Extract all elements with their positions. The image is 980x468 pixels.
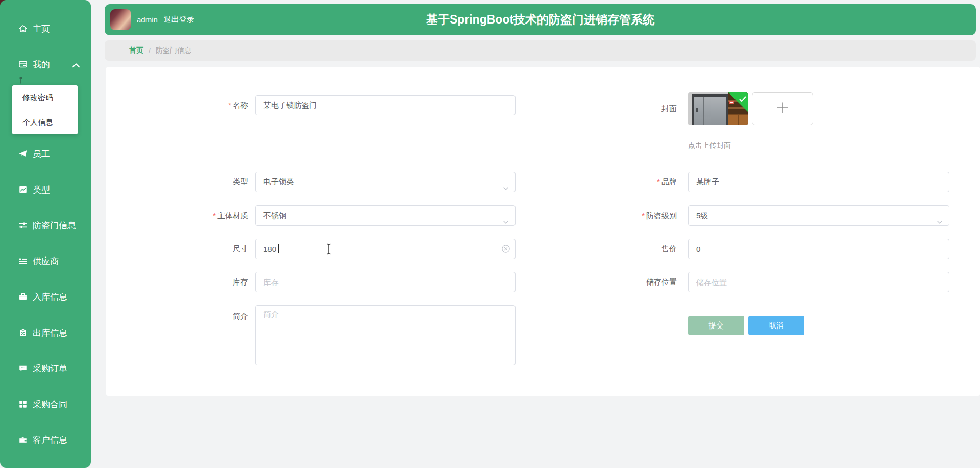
mine-submenu: 修改密码 个人信息 (12, 85, 78, 134)
chevron-down-icon (503, 179, 509, 185)
door-handle (696, 108, 698, 112)
check-icon (739, 95, 746, 101)
breadcrumb-home-link[interactable]: 首页 (129, 46, 143, 55)
location-label: 储存位置 (581, 272, 683, 292)
intro-textarea[interactable] (255, 305, 516, 365)
size-input-wrap (255, 239, 516, 259)
sidebar-item-label: 员工 (33, 148, 50, 160)
breadcrumb-separator: / (149, 46, 151, 55)
level-select-value: 5级 (696, 211, 708, 220)
username: admin (137, 15, 158, 24)
sidebar-item-door-info[interactable]: 防盗门信息 (0, 216, 91, 235)
sidebar-item-label: 出库信息 (33, 327, 67, 339)
ibeam-cursor (326, 243, 332, 255)
chevron-down-icon (937, 213, 943, 219)
type-select[interactable]: 电子锁类 (255, 172, 516, 192)
sidebar-item-label: 防盗门信息 (33, 220, 76, 231)
top-header: 基于SpringBoot技术的防盗门进销存管系统 admin 退出登录 (105, 4, 976, 35)
brand-input[interactable] (688, 172, 949, 192)
price-label: 售价 (581, 239, 683, 259)
avatar[interactable] (110, 9, 131, 30)
door-panel-line (703, 97, 704, 125)
name-input[interactable] (255, 95, 516, 115)
sidebar-item-label: 类型 (33, 184, 50, 196)
cover-thumbnail[interactable] (688, 92, 748, 125)
size-label: 尺寸 (152, 239, 254, 259)
type-select-value: 电子锁类 (263, 177, 294, 186)
sidebar-item-suppliers[interactable]: 供应商 (0, 252, 91, 270)
clipboard-x-icon (18, 328, 28, 337)
required-asterisk: * (657, 177, 660, 186)
required-asterisk: * (228, 101, 231, 109)
price-input[interactable] (688, 239, 949, 259)
sidebar-item-label: 供应商 (33, 255, 59, 267)
submenu-pin-icon (18, 76, 23, 84)
type-label: 类型 (152, 172, 254, 192)
location-input[interactable] (688, 272, 949, 292)
required-asterisk: * (642, 211, 645, 220)
sidebar-item-label: 入库信息 (33, 291, 67, 303)
cabinet-split (738, 115, 739, 125)
send-icon (18, 149, 28, 158)
level-label: *防盗级别 (581, 205, 683, 226)
page-title: 基于SpringBoot技术的防盗门进销存管系统 (105, 4, 976, 35)
door-photo (694, 97, 726, 125)
breadcrumb: 首页 / 防盗门信息 (105, 40, 976, 61)
sidebar-item-mine[interactable]: 我的 (0, 55, 91, 74)
sidebar-item-purchase-orders[interactable]: 采购订单 (0, 359, 91, 378)
briefcase-icon (18, 292, 28, 301)
sidebar-item-purchase-contracts[interactable]: 采购合同 (0, 395, 91, 413)
material-select-value: 不锈钢 (263, 211, 286, 220)
name-label: *名称 (152, 95, 254, 115)
size-input[interactable] (255, 239, 516, 259)
sidebar-item-types[interactable]: 类型 (0, 180, 91, 199)
chart-icon (18, 185, 28, 194)
sidebar-item-customers[interactable]: 客户信息 (0, 431, 91, 449)
plus-icon (775, 101, 790, 117)
grid-icon (18, 400, 28, 409)
sidebar-item-outbound[interactable]: 出库信息 (0, 323, 91, 342)
door-info-form-card: *名称 类型 电子锁类 *主体材质 不锈钢 尺寸 (106, 67, 980, 396)
text-caret (278, 244, 279, 253)
list-icon (18, 256, 28, 266)
sidebar-item-home[interactable]: 主页 (0, 19, 91, 38)
submenu-item-change-password[interactable]: 修改密码 (12, 85, 78, 110)
chevron-up-icon (71, 61, 78, 67)
sidebar-item-label: 客户信息 (33, 434, 67, 446)
sidebar-item-label: 采购订单 (33, 363, 67, 375)
app-screen: 主页 我的 修改密码 个人信息 员工 (0, 0, 980, 468)
submenu-item-profile[interactable]: 个人信息 (12, 110, 78, 134)
home-icon (18, 24, 28, 33)
stock-label: 库存 (152, 272, 254, 292)
card-icon (18, 60, 28, 69)
intro-label: 简介 (152, 306, 254, 326)
logout-link[interactable]: 退出登录 (164, 15, 194, 25)
photo-tag-icon (729, 101, 734, 104)
clear-input-icon[interactable] (501, 244, 510, 253)
sidebar-item-inbound[interactable]: 入库信息 (0, 288, 91, 306)
stock-input[interactable] (255, 272, 516, 292)
upload-cover-button[interactable] (752, 92, 813, 125)
upload-hint: 点击上传封面 (688, 141, 731, 150)
brand-label: *品牌 (581, 172, 683, 192)
wallet-icon (18, 435, 28, 444)
material-select[interactable]: 不锈钢 (255, 205, 516, 226)
chevron-down-icon (503, 213, 509, 219)
sidebar: 主页 我的 修改密码 个人信息 员工 (0, 0, 91, 468)
sidebar-item-label: 主页 (33, 23, 50, 35)
required-asterisk: * (213, 211, 216, 220)
submit-button[interactable]: 提交 (688, 316, 744, 335)
sidebar-item-employees[interactable]: 员工 (0, 145, 91, 163)
material-label: *主体材质 (152, 205, 254, 226)
sliders-icon (18, 221, 28, 230)
level-select[interactable]: 5级 (688, 205, 949, 226)
sidebar-item-label: 采购合同 (33, 399, 67, 410)
sidebar-item-label: 我的 (33, 59, 50, 71)
breadcrumb-current: 防盗门信息 (156, 46, 191, 55)
cover-label: 封面 (581, 99, 683, 119)
cancel-button[interactable]: 取消 (748, 316, 804, 335)
chat-icon (18, 364, 28, 373)
